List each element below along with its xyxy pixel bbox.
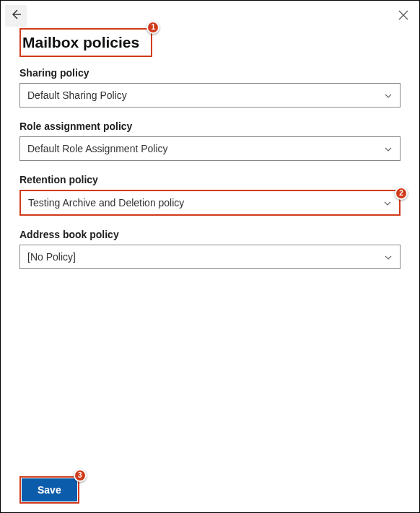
address-book-policy-value: [No Policy] — [27, 251, 76, 263]
callout-badge-3: 3 — [74, 469, 87, 482]
page-title: Mailbox policies — [22, 30, 146, 56]
retention-policy-value: Testing Archive and Deletion policy — [28, 197, 184, 209]
topbar — [1, 1, 419, 27]
callout-badge-2: 2 — [395, 187, 408, 200]
back-button[interactable] — [5, 5, 27, 27]
close-icon — [398, 10, 408, 23]
callout-badge-1: 1 — [146, 21, 159, 34]
retention-policy-group: Retention policy Testing Archive and Del… — [19, 174, 401, 216]
address-book-policy-group: Address book policy [No Policy] — [19, 229, 401, 269]
role-assignment-policy-value: Default Role Assignment Policy — [27, 143, 168, 154]
address-book-policy-label: Address book policy — [19, 229, 401, 240]
content-area: Mailbox policies 1 Sharing policy Defaul… — [1, 27, 419, 269]
sharing-policy-value: Default Sharing Policy — [27, 89, 127, 101]
chevron-down-icon — [384, 144, 393, 153]
chevron-down-icon — [383, 198, 392, 207]
retention-policy-select[interactable]: Testing Archive and Deletion policy — [19, 190, 401, 216]
arrow-left-icon — [10, 9, 22, 23]
address-book-policy-select[interactable]: [No Policy] — [19, 245, 401, 269]
save-button[interactable]: Save — [22, 478, 77, 501]
save-button-highlight: Save 3 — [19, 476, 79, 504]
role-assignment-policy-group: Role assignment policy Default Role Assi… — [19, 120, 401, 161]
retention-policy-label: Retention policy — [19, 174, 401, 185]
chevron-down-icon — [384, 91, 393, 100]
close-button[interactable] — [395, 8, 412, 25]
sharing-policy-label: Sharing policy — [19, 67, 401, 79]
chevron-down-icon — [384, 253, 393, 261]
role-assignment-policy-label: Role assignment policy — [19, 120, 401, 132]
role-assignment-policy-select[interactable]: Default Role Assignment Policy — [19, 136, 401, 161]
page-title-highlight: Mailbox policies 1 — [19, 28, 152, 57]
mailbox-policies-panel: Mailbox policies 1 Sharing policy Defaul… — [0, 0, 420, 513]
sharing-policy-group: Sharing policy Default Sharing Policy — [19, 67, 401, 108]
sharing-policy-select[interactable]: Default Sharing Policy — [19, 83, 401, 108]
footer: Save 3 — [19, 476, 79, 504]
